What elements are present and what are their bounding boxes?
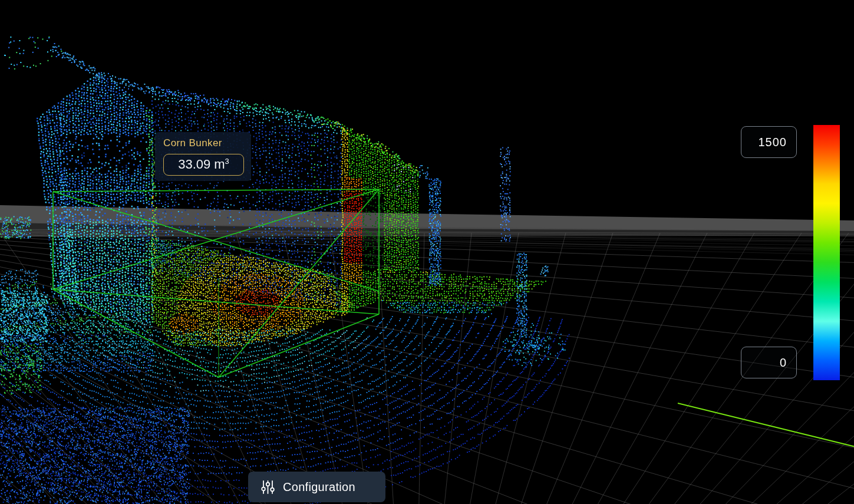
measurement-tooltip: Corn Bunker 33.09m3: [155, 132, 251, 181]
legend-max-input[interactable]: [741, 126, 797, 158]
legend-min-input[interactable]: [741, 347, 797, 378]
pointcloud-viewer: Corn Bunker 33.09m3 Configuration: [0, 0, 854, 504]
color-scale-bar: [813, 125, 840, 380]
point-cloud-viewport[interactable]: [0, 0, 854, 504]
configuration-button[interactable]: Configuration: [248, 472, 385, 502]
configuration-label: Configuration: [283, 480, 355, 494]
tooltip-title: Corn Bunker: [163, 137, 244, 149]
volume-value: 33.09m3: [163, 154, 244, 176]
sliders-icon: [261, 480, 275, 495]
